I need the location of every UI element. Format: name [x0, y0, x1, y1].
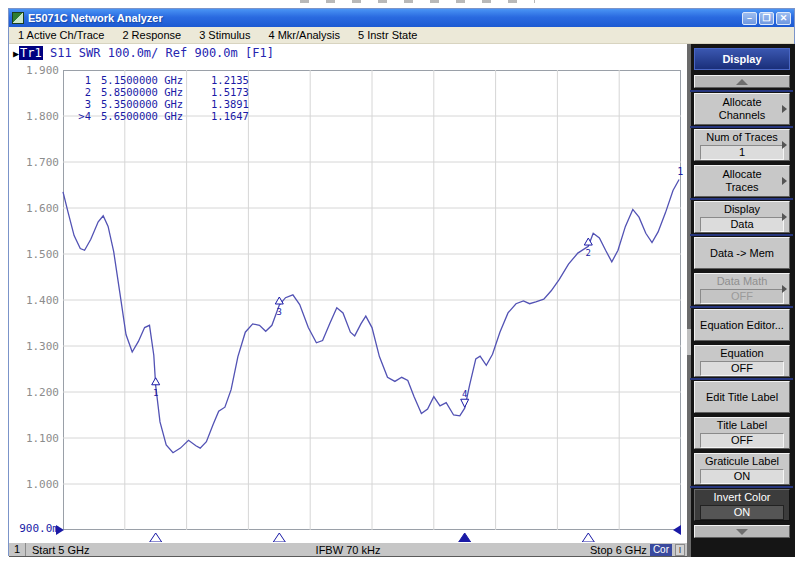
trace-header: ▶Tr1 S11 SWR 100.0m/ Ref 900.0m [F1]: [13, 46, 274, 60]
invert-color-value: ON: [700, 505, 784, 520]
svg-text:1: 1: [153, 388, 158, 398]
softkey-title-label[interactable]: Title Label OFF: [694, 417, 790, 449]
softkey-separator: [690, 126, 793, 128]
y-axis-label: 1.900: [13, 64, 59, 77]
softkey-separator: [690, 234, 793, 236]
y-axis-label: 1.400: [13, 294, 59, 307]
svg-text:1: 1: [677, 166, 683, 177]
softkey-scroll-down-button[interactable]: [694, 525, 790, 538]
page: { "window": { "title": "E5071C Network A…: [0, 0, 800, 567]
swr-trace-plot[interactable]: 12341: [63, 70, 681, 544]
y-axis-label: 1.000: [13, 478, 59, 491]
stop-frequency: Stop 6 GHz: [590, 544, 647, 556]
cropped-text-fragment: [300, 0, 535, 3]
reference-marker-right-icon: [673, 525, 681, 535]
submenu-arrow-icon: [782, 213, 787, 221]
softkey-scroll-thumb[interactable]: [687, 329, 691, 355]
status-indicator-box: I: [675, 544, 685, 556]
softkey-allocate-traces[interactable]: Allocate Traces: [694, 165, 790, 197]
y-axis-label: 1.600: [13, 202, 59, 215]
reference-level-label: 900.0m: [13, 522, 59, 535]
menu-instr-state[interactable]: 5 Instr State: [349, 29, 426, 41]
data-math-value: OFF: [700, 289, 784, 304]
y-axis-label: 1.800: [13, 110, 59, 123]
equation-value: OFF: [700, 361, 784, 376]
y-axis-label: 1.500: [13, 248, 59, 261]
softkey-separator: [690, 378, 793, 380]
softkey-equation[interactable]: Equation OFF: [694, 345, 790, 377]
correction-badge: Cor: [650, 544, 672, 556]
softkey-data-to-mem[interactable]: Data -> Mem: [694, 237, 790, 269]
ifbw-readout: IFBW 70 kHz: [9, 544, 687, 556]
softkey-separator: [690, 486, 793, 488]
menu-stimulus[interactable]: 3 Stimulus: [190, 29, 259, 41]
softkey-data-math: Data Math OFF: [694, 273, 790, 305]
softkey-scrollbar[interactable]: [687, 44, 691, 557]
submenu-arrow-icon: [782, 285, 787, 293]
title-bar[interactable]: E5071C Network Analyzer – ❐ ✕: [9, 9, 794, 27]
softkey-num-of-traces[interactable]: Num of Traces 1: [694, 129, 790, 161]
softkey-equation-editor[interactable]: Equation Editor...: [694, 309, 790, 341]
menu-mkr-analysis[interactable]: 4 Mkr/Analysis: [259, 29, 349, 41]
window-title: E5071C Network Analyzer: [28, 12, 163, 24]
softkey-separator: [690, 306, 793, 308]
restore-button[interactable]: ❐: [759, 12, 774, 25]
reference-marker-left-icon: [56, 525, 64, 535]
softkey-menu-title: Display: [694, 48, 790, 70]
softkey-sidebar: Display Allocate Channels Num of Traces …: [687, 44, 795, 557]
softkey-scroll-up-button[interactable]: [694, 75, 790, 88]
softkey-separator: [690, 90, 793, 92]
y-axis-label: 1.100: [13, 432, 59, 445]
y-axis-label: 1.200: [13, 386, 59, 399]
title-label-value: OFF: [700, 433, 784, 448]
svg-text:2: 2: [586, 248, 591, 258]
marker-row: >45.6500000 GHz1.1647: [69, 111, 249, 123]
submenu-arrow-icon: [782, 105, 787, 113]
softkey-display[interactable]: Display Data: [694, 201, 790, 233]
status-bar: IFBW 70 kHz 1 Start 5 GHz Stop 6 GHz Cor…: [9, 542, 687, 557]
down-arrow-icon: [736, 529, 748, 535]
graticule-label-value: ON: [700, 469, 784, 484]
menu-response[interactable]: 2 Response: [113, 29, 190, 41]
minimize-button[interactable]: –: [742, 12, 757, 25]
softkey-edit-title-label[interactable]: Edit Title Label: [694, 381, 790, 413]
marker-readout-table: 15.1500000 GHz1.2135 25.8500000 GHz1.517…: [69, 75, 249, 123]
trace-name-badge[interactable]: Tr1: [19, 46, 43, 60]
y-axis-label: 1.300: [13, 340, 59, 353]
display-value: Data: [700, 217, 784, 232]
menu-bar: 1 Active Ch/Trace 2 Response 3 Stimulus …: [9, 27, 794, 44]
trace-format-text: S11 SWR 100.0m/ Ref 900.0m [F1]: [43, 46, 274, 60]
app-window: E5071C Network Analyzer – ❐ ✕ 1 Active C…: [8, 8, 795, 556]
softkey-invert-color[interactable]: Invert Color ON: [694, 489, 790, 521]
submenu-arrow-icon: [782, 177, 787, 185]
submenu-arrow-icon: [782, 141, 787, 149]
menu-active-ch-trace[interactable]: 1 Active Ch/Trace: [9, 29, 113, 41]
svg-text:3: 3: [277, 307, 282, 317]
softkey-graticule-label[interactable]: Graticule Label ON: [694, 453, 790, 485]
num-of-traces-value: 1: [700, 145, 784, 160]
svg-text:4: 4: [462, 389, 467, 399]
softkey-separator: [690, 198, 793, 200]
close-button[interactable]: ✕: [776, 12, 791, 25]
app-icon: [12, 12, 24, 24]
softkey-allocate-channels[interactable]: Allocate Channels: [694, 93, 790, 125]
up-arrow-icon: [736, 79, 748, 85]
y-axis-label: 1.700: [13, 156, 59, 169]
graph-area: ▶Tr1 S11 SWR 100.0m/ Ref 900.0m [F1] 123…: [9, 44, 687, 542]
